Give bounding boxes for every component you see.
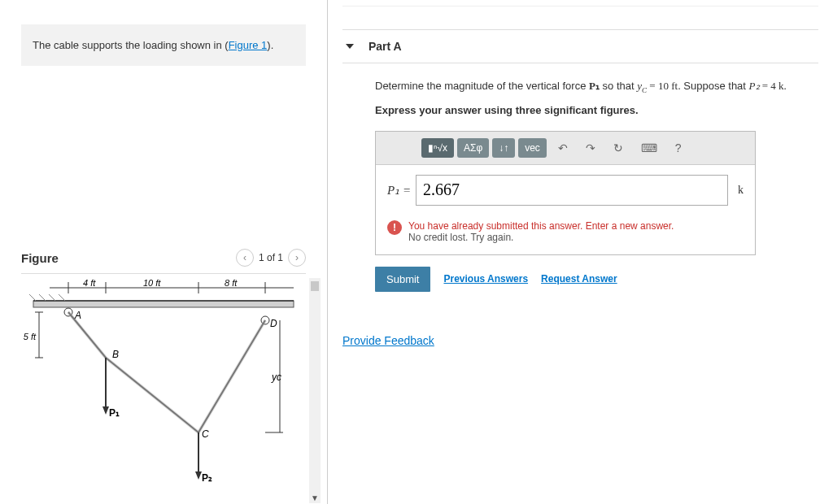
- problem-text-suffix: ).: [267, 39, 273, 51]
- answer-box: ▮ⁿ√x ΑΣφ ↓↑ vec ↶ ↷ ↻ ⌨ ? P₁ = k ! You h…: [375, 131, 756, 255]
- svg-marker-19: [195, 471, 202, 480]
- label-B: B: [112, 349, 119, 360]
- figure-title: Figure: [21, 251, 59, 265]
- svg-line-4: [49, 294, 55, 301]
- q-mid2: . Suppose that: [678, 80, 748, 92]
- svg-rect-0: [33, 301, 294, 307]
- problem-text-prefix: The cable supports the loading shown in …: [33, 39, 229, 51]
- tb-vec-button[interactable]: vec: [518, 138, 547, 158]
- warning-icon: !: [387, 220, 402, 235]
- provide-feedback-link[interactable]: Provide Feedback: [342, 334, 434, 347]
- figure-next-button[interactable]: ›: [288, 249, 306, 267]
- input-label: P₁ =: [387, 183, 411, 198]
- submit-button[interactable]: Submit: [375, 267, 430, 292]
- figure-pager-text: 1 of 1: [259, 252, 283, 263]
- part-header[interactable]: Part A: [342, 29, 818, 63]
- q-p2: P₂: [749, 80, 760, 92]
- figure-scrollbar[interactable]: ▼: [309, 278, 321, 503]
- q-eq2: = 4 k.: [760, 80, 787, 92]
- tb-greek-button[interactable]: ΑΣφ: [457, 138, 489, 158]
- svg-line-2: [29, 294, 36, 301]
- tb-template-button[interactable]: ▮ⁿ√x: [421, 138, 454, 158]
- provide-feedback: Provide Feedback: [342, 334, 818, 347]
- redo-icon[interactable]: ↷: [579, 138, 602, 158]
- svg-marker-17: [102, 406, 109, 415]
- svg-line-5: [59, 294, 65, 301]
- feedback-row: ! You have already submitted this answer…: [376, 215, 755, 254]
- figure-prev-button[interactable]: ‹: [236, 249, 254, 267]
- svg-line-3: [39, 294, 46, 301]
- label-P2: P₂: [202, 472, 212, 484]
- label-A: A: [74, 310, 81, 321]
- figure-link[interactable]: Figure 1: [229, 39, 268, 51]
- q-eq1: = 10 ft: [647, 80, 678, 92]
- figure-pager: ‹ 1 of 1 ›: [236, 249, 306, 267]
- dim-10ft: 10 ft: [143, 278, 161, 288]
- tb-updown-button[interactable]: ↓↑: [492, 138, 515, 158]
- scrollbar-thumb[interactable]: [311, 281, 319, 291]
- label-yc: yc: [271, 371, 281, 383]
- figure-header: Figure ‹ 1 of 1 ›: [21, 249, 306, 274]
- request-answer-link[interactable]: Request Answer: [541, 273, 617, 285]
- dim-8ft: 8 ft: [225, 278, 238, 288]
- unit-label: k: [738, 184, 744, 197]
- actions-row: Submit Previous Answers Request Answer: [375, 267, 818, 292]
- reset-icon[interactable]: ↻: [607, 138, 630, 158]
- answer-input-row: P₁ = k: [376, 165, 755, 215]
- label-P1: P₁: [109, 407, 120, 419]
- keyboard-icon[interactable]: ⌨: [635, 138, 664, 158]
- undo-icon[interactable]: ↶: [552, 138, 574, 158]
- q-mid1: so that: [600, 80, 637, 92]
- figure-body: 4 ft 10 ft 8 ft 5 ft A B C D: [21, 277, 321, 503]
- dim-4ft: 4 ft: [83, 278, 96, 288]
- previous-answers-link[interactable]: Previous Answers: [443, 273, 528, 285]
- collapse-caret-icon[interactable]: [346, 44, 354, 49]
- help-icon[interactable]: ?: [669, 138, 688, 158]
- part-title: Part A: [369, 40, 402, 53]
- label-D: D: [270, 318, 277, 329]
- problem-statement: The cable supports the loading shown in …: [21, 24, 306, 66]
- dim-5ft: 5 ft: [24, 332, 37, 341]
- answer-input[interactable]: [416, 175, 728, 206]
- feedback-line1: You have already submitted this answer. …: [408, 220, 674, 232]
- q-pre: Determine the magnitude of the vertical …: [375, 80, 589, 92]
- label-C: C: [202, 428, 209, 440]
- cable-diagram: 4 ft 10 ft 8 ft 5 ft A B C D: [21, 278, 298, 489]
- formula-toolbar: ▮ⁿ√x ΑΣφ ↓↑ vec ↶ ↷ ↻ ⌨ ?: [376, 132, 755, 165]
- scroll-down-icon[interactable]: ▼: [309, 492, 321, 503]
- feedback-line2: No credit lost. Try again.: [408, 232, 674, 243]
- q-p1: P₁: [589, 80, 600, 92]
- question-text: Determine the magnitude of the vertical …: [375, 78, 818, 119]
- instruction: Express your answer using three signific…: [375, 102, 818, 119]
